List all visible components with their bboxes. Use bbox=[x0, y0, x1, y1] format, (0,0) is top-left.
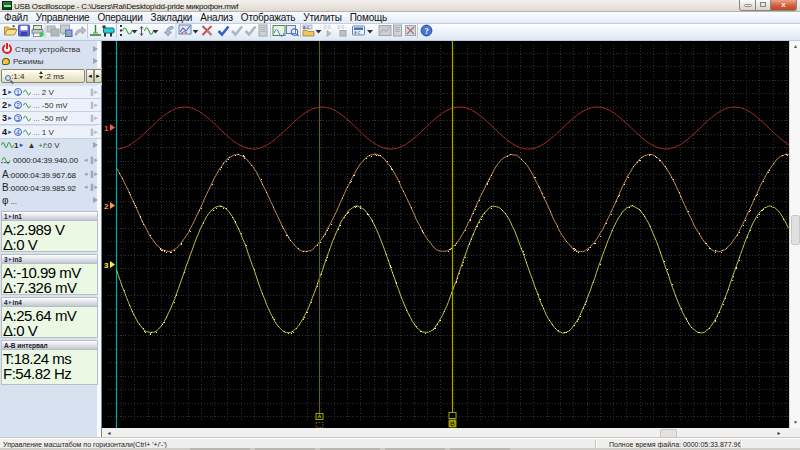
svg-text:1: 1 bbox=[104, 124, 109, 133]
svg-text:2: 2 bbox=[104, 202, 109, 211]
svg-text:0·0: 0·0 bbox=[338, 25, 345, 30]
svg-text:?: ? bbox=[424, 26, 428, 36]
svg-text:a·c: a·c bbox=[303, 25, 310, 30]
svg-text:0·0: 0·0 bbox=[324, 25, 331, 30]
svg-text:3: 3 bbox=[104, 261, 109, 270]
svg-text:a·c: a·c bbox=[354, 30, 361, 35]
